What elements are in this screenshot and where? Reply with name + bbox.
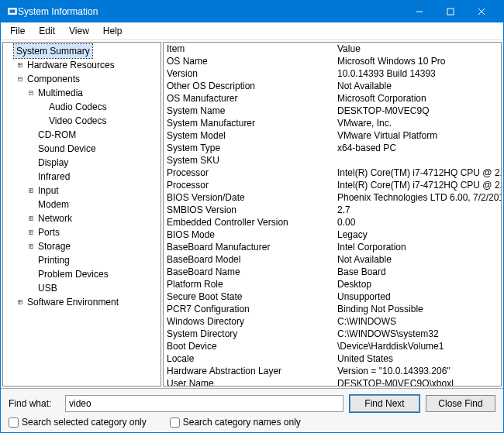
tree-label[interactable]: Components <box>25 72 82 86</box>
svg-rect-3 <box>447 9 454 15</box>
tree-label[interactable]: Video Codecs <box>47 114 109 128</box>
tree-item[interactable]: System Summary <box>5 44 159 58</box>
tree-item[interactable]: Display <box>5 156 159 170</box>
list-row[interactable]: User NameDESKTOP-M0VEC9Q\xboxl <box>164 377 501 386</box>
find-next-button[interactable]: Find Next <box>350 395 419 412</box>
col-value[interactable]: Value <box>334 43 501 55</box>
list-row[interactable]: OS NameMicrosoft Windows 10 Pro <box>164 55 501 67</box>
maximize-button[interactable] <box>435 1 466 22</box>
tree-item[interactable]: ⊟Multimedia <box>5 86 159 100</box>
close-find-button[interactable]: Close Find <box>426 395 495 412</box>
tree-label[interactable]: Infrared <box>36 170 72 184</box>
list-row[interactable]: PCR7 ConfigurationBinding Not Possible <box>164 303 501 315</box>
tree-label[interactable]: Multimedia <box>36 86 85 100</box>
list-row[interactable]: System NameDESKTOP-M0VEC9Q <box>164 105 501 117</box>
list-row[interactable]: Version10.0.14393 Build 14393 <box>164 67 501 80</box>
tree-label[interactable]: System Summary <box>14 44 92 58</box>
menu-file[interactable]: File <box>4 24 31 38</box>
list-row[interactable]: BIOS Version/DatePhoenix Technologies LT… <box>164 191 501 204</box>
expand-icon[interactable]: ⊞ <box>26 184 36 197</box>
list-row[interactable]: LocaleUnited States <box>164 352 501 365</box>
tree-item[interactable]: Sound Device <box>5 142 159 156</box>
titlebar[interactable]: System Information <box>1 1 503 22</box>
minimize-button[interactable] <box>404 1 435 22</box>
tree-item[interactable]: ⊞Hardware Resources <box>5 58 159 72</box>
category-tree[interactable]: System Summary⊞Hardware Resources⊟Compon… <box>2 42 161 387</box>
tree-item[interactable]: USB <box>5 281 159 295</box>
list-row[interactable]: System SKU <box>164 154 501 167</box>
item-value: Microsoft Corporation <box>334 92 501 105</box>
expand-icon[interactable]: ⊞ <box>26 212 36 225</box>
list-row[interactable]: System ManufacturerVMware, Inc. <box>164 117 501 129</box>
expand-icon[interactable]: ⊞ <box>16 296 25 308</box>
collapse-icon[interactable]: ⊟ <box>16 73 25 85</box>
tree-item[interactable]: Modem <box>5 198 159 211</box>
list-row[interactable]: OS ManufacturerMicrosoft Corporation <box>164 92 501 105</box>
menu-view[interactable]: View <box>63 24 95 38</box>
tree-label[interactable]: Display <box>36 156 71 170</box>
tree-item[interactable]: CD-ROM <box>5 128 159 142</box>
close-button[interactable] <box>466 1 497 22</box>
tree-label[interactable]: Storage <box>36 239 73 253</box>
tree-label[interactable]: Audio Codecs <box>47 100 109 114</box>
item-value: Binding Not Possible <box>334 303 501 315</box>
tree-item[interactable]: ⊞Software Environment <box>5 295 159 309</box>
list-row[interactable]: Boot Device\Device\HarddiskVolume1 <box>164 340 501 352</box>
menu-help[interactable]: Help <box>97 24 129 38</box>
list-row[interactable]: Embedded Controller Version0.00 <box>164 216 501 229</box>
tree-item[interactable]: ⊞Storage <box>5 239 159 253</box>
tree-item[interactable]: ⊞Network <box>5 211 159 225</box>
list-row[interactable]: BaseBoard ManufacturerIntel Corporation <box>164 241 501 253</box>
list-row[interactable]: Other OS DescriptionNot Available <box>164 80 501 92</box>
tree-label[interactable]: Network <box>36 211 74 225</box>
expand-icon[interactable]: ⊞ <box>26 240 36 253</box>
item-value: DESKTOP-M0VEC9Q <box>334 105 501 117</box>
tree-item[interactable]: ⊟Components <box>5 72 159 86</box>
find-input[interactable] <box>65 395 343 412</box>
list-row[interactable]: Secure Boot StateUnsupported <box>164 290 501 303</box>
list-row[interactable]: BIOS ModeLegacy <box>164 229 501 241</box>
tree-item[interactable]: Video Codecs <box>5 114 159 128</box>
tree-item[interactable]: ⊞Ports <box>5 225 159 239</box>
tree-label[interactable]: CD-ROM <box>36 128 78 142</box>
col-item[interactable]: Item <box>164 43 334 55</box>
tree-label[interactable]: Hardware Resources <box>25 58 117 72</box>
search-names-checkbox[interactable]: Search category names only <box>170 417 301 428</box>
list-row[interactable]: Platform RoleDesktop <box>164 278 501 290</box>
tree-label[interactable]: Ports <box>36 225 62 239</box>
list-row[interactable]: SMBIOS Version2.7 <box>164 204 501 216</box>
list-row[interactable]: BaseBoard NameBase Board <box>164 266 501 278</box>
tree-label[interactable]: Software Environment <box>25 295 121 309</box>
expand-icon[interactable]: ⊞ <box>16 59 25 71</box>
tree-label[interactable]: Problem Devices <box>36 267 111 281</box>
tree-label[interactable]: Modem <box>36 198 71 211</box>
menu-edit[interactable]: Edit <box>33 24 61 38</box>
search-selected-checkbox[interactable]: Search selected category only <box>9 417 147 428</box>
expand-icon[interactable]: ⊞ <box>26 226 36 239</box>
tree-label[interactable]: Sound Device <box>36 142 98 156</box>
item-value: C:\WINDOWS <box>334 315 501 328</box>
list-header[interactable]: ItemValue <box>164 43 501 55</box>
list-row[interactable]: BaseBoard ModelNot Available <box>164 253 501 266</box>
tree-item[interactable]: Printing <box>5 253 159 267</box>
list-row[interactable]: Hardware Abstraction LayerVersion = "10.… <box>164 365 501 377</box>
tree-label[interactable]: Input <box>36 184 61 198</box>
item-value: Intel(R) Core(TM) i7-4712HQ CPU @ 2.30GH… <box>334 179 501 191</box>
item-name: Other OS Description <box>164 80 334 92</box>
tree-item[interactable]: Problem Devices <box>5 267 159 281</box>
list-row[interactable]: System DirectoryC:\WINDOWS\system32 <box>164 328 501 340</box>
list-row[interactable]: System ModelVMware Virtual Platform <box>164 129 501 142</box>
list-row[interactable]: System Typex64-based PC <box>164 142 501 154</box>
tree-label[interactable]: USB <box>36 281 60 295</box>
item-value <box>334 154 501 167</box>
tree-label[interactable]: Printing <box>36 253 72 267</box>
tree-item[interactable]: Infrared <box>5 170 159 184</box>
details-scroll[interactable]: ItemValueOS NameMicrosoft Windows 10 Pro… <box>164 43 501 386</box>
list-row[interactable]: ProcessorIntel(R) Core(TM) i7-4712HQ CPU… <box>164 167 501 179</box>
tree-item[interactable]: Audio Codecs <box>5 100 159 114</box>
list-row[interactable]: Windows DirectoryC:\WINDOWS <box>164 315 501 328</box>
tree-item[interactable]: ⊞Input <box>5 184 159 198</box>
list-row[interactable]: ProcessorIntel(R) Core(TM) i7-4712HQ CPU… <box>164 179 501 191</box>
collapse-icon[interactable]: ⊟ <box>26 87 36 99</box>
app-icon <box>7 6 18 17</box>
